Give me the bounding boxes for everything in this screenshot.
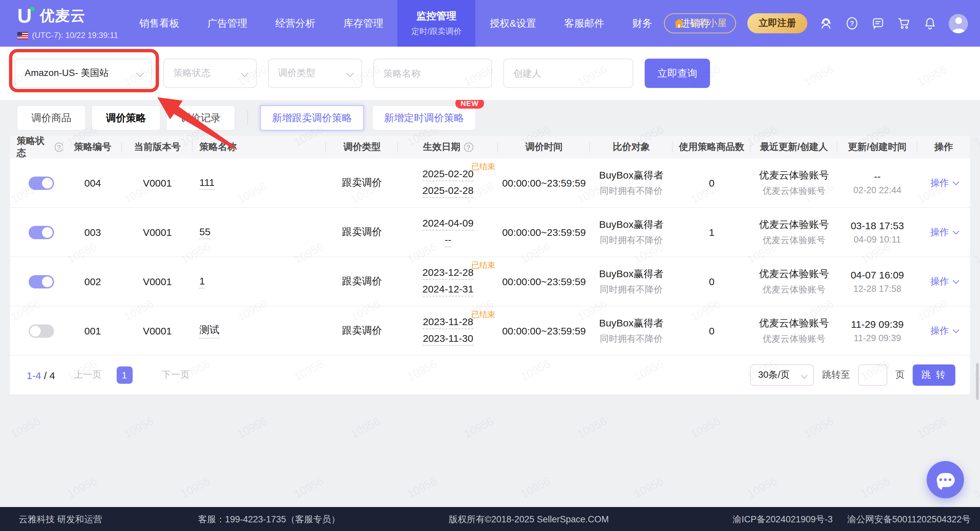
support-icon[interactable] xyxy=(819,16,833,31)
strategy-name-link[interactable]: 55 xyxy=(199,225,210,239)
date-start[interactable]: 2023-12-28 xyxy=(422,266,473,280)
marketplace-select[interactable]: Amazon-US- 美国站 xyxy=(15,59,152,88)
help-circle-icon[interactable]: ? xyxy=(464,143,473,152)
updated-by: 优麦云体验账号 xyxy=(759,169,829,182)
footer-police-license[interactable]: 渝公网安备50011202504322号 xyxy=(847,514,970,526)
updated-by: 优麦云体验账号 xyxy=(759,218,829,231)
status-toggle[interactable] xyxy=(29,176,54,190)
strategy-name-link[interactable]: 111 xyxy=(199,176,215,190)
ended-badge: 已结束 xyxy=(471,309,495,320)
logo[interactable]: U 优麦云 xyxy=(18,5,118,27)
tab-price-products[interactable]: 调价商品 xyxy=(17,105,86,131)
effective-date-cell: 已结束 2025-02-20 2025-02-28 xyxy=(398,159,498,207)
strategy-name-input[interactable] xyxy=(383,68,482,79)
feedback-icon[interactable] xyxy=(871,16,885,31)
created-by: 优麦云体验账号 xyxy=(763,185,826,197)
date-start[interactable]: 2024-04-09 xyxy=(422,217,473,230)
date-end[interactable]: 2025-02-28 xyxy=(422,185,473,198)
nav-item-authorization[interactable]: 授权&设置 xyxy=(476,0,550,47)
compare-sub: 同时拥有不降价 xyxy=(600,284,663,295)
strategy-code: 003 xyxy=(63,208,122,257)
actions-dropdown[interactable]: 操作 xyxy=(930,226,957,238)
footer-company: 云雅科技 研发和运营 xyxy=(19,514,102,526)
footer-copyright: 版权所有©2018-2025 SellerSpace.COM xyxy=(449,514,609,526)
nav-item-analytics[interactable]: 经营分析 xyxy=(261,0,329,47)
chevron-down-icon xyxy=(241,70,249,77)
page-size-select[interactable]: 30条/页 xyxy=(750,365,814,386)
date-end[interactable]: -- xyxy=(445,234,451,247)
actions-dropdown[interactable]: 操作 xyxy=(930,177,957,189)
date-end[interactable]: 2023-11-30 xyxy=(423,333,473,346)
us-flag-icon xyxy=(18,32,28,39)
cart-icon[interactable] xyxy=(897,16,912,31)
search-button[interactable]: 立即查询 xyxy=(645,59,710,88)
col-header-time: 调价时间 xyxy=(498,136,590,159)
created-at: 11-29 09:39 xyxy=(854,333,901,343)
compare-sub: 同时拥有不降价 xyxy=(600,185,663,197)
strategy-code: 001 xyxy=(63,306,122,355)
main-content: 调价商品 调价策略 调价记录 新增跟卖调价策略 新增定时调价策略 NEW 策略状… xyxy=(0,100,980,395)
created-at: 02-20 22:44 xyxy=(853,185,901,195)
status-toggle[interactable] xyxy=(29,324,54,338)
actions-dropdown[interactable]: 操作 xyxy=(930,276,957,287)
user-avatar[interactable] xyxy=(949,14,968,33)
chat-fab-button[interactable] xyxy=(927,461,964,498)
register-button[interactable]: 立即注册 xyxy=(747,13,807,33)
nav-item-monitoring[interactable]: 监控管理 定时/跟卖调价 xyxy=(397,0,476,47)
compare-target: BuyBox赢得者 xyxy=(599,268,663,280)
nav-item-finance[interactable]: 财务 xyxy=(618,0,667,47)
updated-by: 优麦云体验账号 xyxy=(759,268,829,280)
date-end[interactable]: 2024-12-31 xyxy=(422,283,473,296)
price-type: 跟卖调价 xyxy=(326,257,398,306)
nav-item-inventory[interactable]: 库存管理 xyxy=(329,0,397,47)
strategy-name-link[interactable]: 1 xyxy=(199,275,205,288)
price-time-range: 00:00:00~23:59:59 xyxy=(498,159,590,207)
strategy-code: 002 xyxy=(63,257,122,306)
strategy-status-select[interactable]: 策略状态 xyxy=(163,59,257,88)
new-follow-price-strategy-button[interactable]: 新增跟卖调价策略 xyxy=(260,105,364,131)
strategy-version: V0001 xyxy=(122,208,192,257)
tab-price-records[interactable]: 调价记录 xyxy=(166,105,235,131)
chevron-down-icon xyxy=(952,277,959,284)
current-page-button[interactable]: 1 xyxy=(116,366,132,384)
status-toggle[interactable] xyxy=(29,275,54,288)
creator-input[interactable] xyxy=(513,68,623,79)
next-page-button[interactable]: 下一页 xyxy=(162,369,190,381)
nav-item-customer-email[interactable]: 客服邮件 xyxy=(550,0,618,47)
scrollbar-thumb[interactable] xyxy=(976,363,978,400)
date-start[interactable]: 2025-02-20 xyxy=(422,168,473,181)
strategy-name-link[interactable]: 测试 xyxy=(199,323,220,338)
price-time-range: 00:00:00~23:59:59 xyxy=(498,208,590,257)
footer-icp-license[interactable]: 渝ICP备2024021909号-3 xyxy=(733,514,833,526)
jump-button[interactable]: 跳 转 xyxy=(913,365,955,386)
jump-page-input[interactable] xyxy=(858,365,887,386)
nav-subtitle: 定时/跟卖调价 xyxy=(411,25,462,37)
compare-sub: 同时拥有不降价 xyxy=(600,234,663,246)
nav-item-ads[interactable]: 广告管理 xyxy=(193,0,261,47)
status-toggle[interactable] xyxy=(29,225,54,239)
help-icon[interactable]: ? xyxy=(845,16,859,31)
notification-bell-icon[interactable] xyxy=(923,16,937,31)
price-time-range: 00:00:00~23:59:59 xyxy=(498,257,590,306)
created-by: 优麦云体验账号 xyxy=(763,284,826,295)
new-timed-price-strategy-button[interactable]: 新增定时调价策略 NEW xyxy=(372,105,476,131)
chevron-down-icon xyxy=(952,179,959,185)
price-type-select[interactable]: 调价类型 xyxy=(268,59,362,88)
date-start[interactable]: 2023-11-28 xyxy=(423,316,473,329)
help-circle-icon[interactable]: ? xyxy=(55,143,63,152)
nav-item-sales-dashboard[interactable]: 销售看板 xyxy=(125,0,193,47)
product-count: 0 xyxy=(673,257,751,306)
product-count: 0 xyxy=(673,159,751,207)
created-by: 优麦云体验账号 xyxy=(763,333,826,345)
tab-price-strategy[interactable]: 调价策略 xyxy=(91,105,161,131)
table-row: 001 V0001 测试 跟卖调价 已结束 2023-11-28 2023-11… xyxy=(10,306,970,356)
price-type: 跟卖调价 xyxy=(326,208,398,257)
actions-dropdown[interactable]: 操作 xyxy=(930,325,957,337)
tabs-row: 调价商品 调价策略 调价记录 新增跟卖调价策略 新增定时调价策略 NEW xyxy=(17,105,963,131)
pagination-range: 1-4 / 4 xyxy=(27,369,55,381)
chevron-down-icon xyxy=(952,228,959,235)
welfare-house-button[interactable]: 福利小屋 xyxy=(664,13,736,33)
col-header-code: 策略编号 xyxy=(63,136,122,159)
prev-page-button[interactable]: 上一页 xyxy=(74,369,102,381)
strategy-version: V0001 xyxy=(122,306,192,355)
